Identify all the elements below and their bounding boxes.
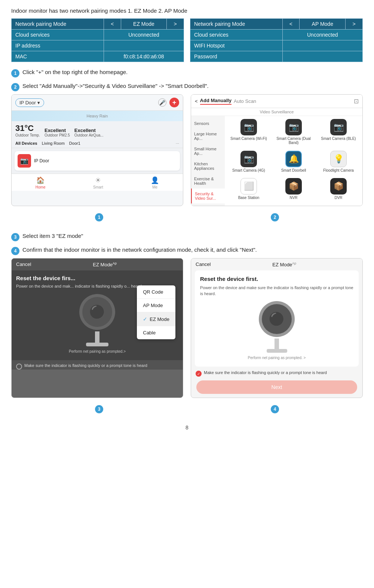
ap-mode-nav-left[interactable]: < bbox=[282, 19, 300, 30]
mode-qr-code[interactable]: QR Code bbox=[137, 285, 175, 299]
app-screen2: < Add Manually Auto Scan ⊡ Video Surveil… bbox=[191, 94, 363, 206]
ez-mode-nav-left[interactable]: < bbox=[104, 19, 121, 30]
ap-mode-label: Network pairing Mode bbox=[190, 19, 283, 30]
dev-smart-camera-4g[interactable]: 📷 Smart Camera (4G) bbox=[228, 151, 270, 175]
checkbox-3[interactable] bbox=[16, 364, 22, 370]
dev-smart-doorbell[interactable]: 🔔 Smart Doorbell bbox=[273, 151, 315, 175]
tab-all-devices[interactable]: All Devices bbox=[15, 141, 37, 146]
perform-link-4[interactable]: Perform net pairing as prompted. > bbox=[200, 356, 353, 360]
scan-icon[interactable]: ⊡ bbox=[354, 98, 359, 105]
tab-auto-scan[interactable]: Auto Scan bbox=[234, 98, 256, 104]
cat-kitchen[interactable]: Kitchen Appliances bbox=[191, 159, 225, 174]
device-icon: 📷 bbox=[18, 154, 31, 168]
mode-cable[interactable]: Cable bbox=[137, 326, 175, 339]
smart-doorbell-icon: 🔔 bbox=[285, 151, 302, 167]
pm-label: Outdoor PM2.5 bbox=[45, 133, 70, 137]
cat-security-video[interactable]: Security & Video Sur... bbox=[191, 189, 225, 203]
cat-sensors[interactable]: Sensors bbox=[191, 118, 225, 129]
dev-floodlight[interactable]: 💡 Floodlight Camera bbox=[318, 151, 359, 175]
step-badge-2: 2 bbox=[271, 213, 279, 221]
step2-text: Select "Add Manually"->"Security & Video… bbox=[22, 83, 209, 89]
video-surveillance-label: Video Surveillance bbox=[191, 108, 362, 116]
app-title-pill[interactable]: IP Door ▾ bbox=[15, 98, 44, 107]
modal4-cancel[interactable]: Cancel bbox=[196, 261, 211, 267]
bottom-nav: 🏠 Home ☀ Smart 👤 Me bbox=[12, 174, 183, 191]
app-header: IP Door ▾ 🎤 + bbox=[12, 95, 183, 111]
ez-mode-label: Network pairing Mode bbox=[12, 19, 104, 30]
ap-mode-value: AP Mode bbox=[300, 19, 346, 30]
ap-mode-nav-right[interactable]: > bbox=[346, 19, 363, 30]
category-list: Sensors Large Home Ap... Small Home Ap..… bbox=[191, 116, 225, 206]
dropdown-arrow: ▾ bbox=[37, 100, 40, 105]
camera-base bbox=[86, 343, 108, 346]
nav-me[interactable]: 👤 Me bbox=[151, 176, 159, 189]
add-plus-button[interactable]: + bbox=[169, 98, 179, 107]
mode-ez-mode[interactable]: ✓ EZ Mode bbox=[137, 312, 175, 326]
app-screen1-content: IP Door ▾ 🎤 + Heavy Rain 31°C Outdoor Te… bbox=[12, 95, 183, 191]
cloud-services-label-ez: Cloud services bbox=[12, 30, 104, 40]
ip-address-value bbox=[104, 40, 184, 51]
back-button[interactable]: < bbox=[195, 98, 198, 104]
temp-label: Outdoor Temp. bbox=[15, 133, 40, 137]
cat-exercise[interactable]: Exercise & Health bbox=[191, 174, 225, 189]
modal3-cancel[interactable]: Cancel bbox=[16, 261, 31, 267]
camera-stand bbox=[95, 331, 99, 343]
app2-content: Sensors Large Home Ap... Small Home Ap..… bbox=[191, 116, 362, 206]
checkbox-label-3: Make sure the indicator is flashing quic… bbox=[24, 363, 147, 368]
tab-living-room[interactable]: Living Room bbox=[42, 141, 65, 146]
dev-dvr[interactable]: 📦 DVR bbox=[318, 178, 359, 203]
dev-smart-camera-wifi[interactable]: 📷 Smart Camera (Wi-Fi) bbox=[228, 119, 270, 148]
step3-circle: 3 bbox=[11, 233, 19, 241]
camera-visual-4: ⚫ bbox=[200, 300, 353, 353]
temperature-block: 31°C Outdoor Temp. bbox=[15, 123, 40, 137]
intro-text: Indoor monitor has two network pairing m… bbox=[11, 7, 363, 14]
step4-text: Confirm that the indoor monitor is in th… bbox=[22, 246, 257, 253]
device-card[interactable]: 📷 IP Door bbox=[15, 151, 180, 171]
modal-screen4: Cancel EZ ModeAp Reset the device first.… bbox=[191, 258, 363, 398]
checkbox-4-checked[interactable]: ✓ bbox=[196, 371, 202, 377]
temperature-value: 31°C bbox=[15, 123, 40, 133]
mode-ap-mode[interactable]: AP Mode bbox=[137, 299, 175, 312]
dev-base-station[interactable]: ⬜ Base Station bbox=[228, 178, 270, 203]
checkbox-row-3: Make sure the indicator is flashing quic… bbox=[16, 363, 178, 370]
camera-lens-4: ⚫ bbox=[262, 304, 292, 334]
smart-label: Smart bbox=[93, 185, 103, 189]
step1-label: 1 Click "+" on the top right of the home… bbox=[11, 69, 363, 77]
device-tabs: All Devices Living Room Door1 ··· bbox=[12, 139, 183, 148]
cat-large-home[interactable]: Large Home Ap... bbox=[191, 129, 225, 144]
step3-label: 3 Select item 3 "EZ mode" bbox=[11, 233, 363, 241]
modal4-content: Cancel EZ ModeAp Reset the device first.… bbox=[191, 258, 362, 394]
tab-door1[interactable]: Door1 bbox=[69, 141, 80, 146]
nav-smart[interactable]: ☀ Smart bbox=[93, 176, 103, 189]
device-name: IP Door bbox=[34, 158, 49, 163]
page-number: 8 bbox=[11, 425, 363, 431]
tabs-more[interactable]: ··· bbox=[176, 141, 179, 146]
cloud-services-label-ap: Cloud services bbox=[190, 30, 283, 40]
smart-camera-ble-icon: 📷 bbox=[330, 119, 347, 135]
modal3-body: Reset the device firs... Power on the de… bbox=[12, 270, 183, 360]
camera-icon: ⚫ bbox=[89, 304, 106, 320]
nvr-label: NVR bbox=[289, 196, 297, 200]
step-badge-3: 3 bbox=[95, 405, 103, 413]
dev-nvr[interactable]: 📦 NVR bbox=[273, 178, 315, 203]
ez-mode-nav-right[interactable]: > bbox=[167, 19, 184, 30]
tab-add-manually[interactable]: Add Manually bbox=[200, 98, 232, 105]
prompt-text-3[interactable]: Perform net pairing as prompted.> bbox=[16, 349, 178, 353]
base-station-icon: ⬜ bbox=[240, 178, 257, 195]
dev-smart-camera-ble[interactable]: 📷 Smart Camera (BLE) bbox=[318, 119, 359, 148]
step2-label: 2 Select "Add Manually"->"Security & Vid… bbox=[11, 83, 363, 91]
modal4-header: Cancel EZ ModeAp bbox=[191, 258, 362, 270]
modal3-content: Cancel EZ ModeAp Reset the device firs..… bbox=[12, 258, 183, 370]
mic-icon[interactable]: 🎤 bbox=[158, 98, 166, 107]
modal4-title: EZ ModeAp bbox=[272, 261, 296, 267]
nav-home[interactable]: 🏠 Home bbox=[36, 176, 46, 189]
dev-smart-camera-dual[interactable]: 📷 Smart Camera (Dual Band) bbox=[273, 119, 315, 148]
home-label: Home bbox=[36, 185, 46, 189]
step4-label: 4 Confirm that the indoor monitor is in … bbox=[11, 246, 363, 255]
app-screen2-content: < Add Manually Auto Scan ⊡ Video Surveil… bbox=[191, 95, 362, 206]
modal3-title: EZ ModeAp bbox=[93, 261, 117, 267]
cat-small-home[interactable]: Small Home Ap... bbox=[191, 144, 225, 159]
dvr-label: DVR bbox=[334, 196, 342, 200]
step-badge-4: 4 bbox=[271, 405, 279, 413]
next-button[interactable]: Next bbox=[196, 380, 357, 394]
